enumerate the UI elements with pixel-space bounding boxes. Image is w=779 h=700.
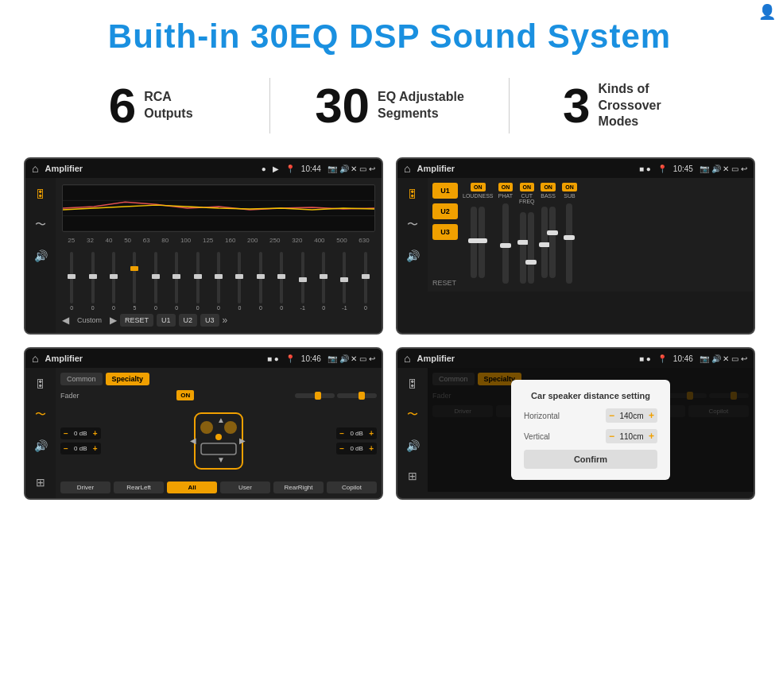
fader-home-icon[interactable]: ⌂: [32, 352, 38, 365]
sub-slider[interactable]: [566, 203, 572, 284]
left-rear-db: − 0 dB +: [60, 443, 101, 454]
confirm-button[interactable]: Confirm: [524, 450, 657, 469]
eq-sliders: 0 0 0 5 0 0 0 0 0 0 0 -1 0 -1 0: [62, 247, 375, 311]
btn-rearright[interactable]: RearRight: [273, 481, 324, 493]
fader-on-btn[interactable]: ON: [176, 390, 194, 400]
slider-5[interactable]: 0: [146, 252, 165, 311]
tab-specialty[interactable]: Specialty: [106, 373, 150, 385]
eq-reset-btn[interactable]: RESET: [120, 314, 153, 327]
loudness-on[interactable]: ON: [471, 183, 486, 191]
btn-copilot[interactable]: Copilot: [327, 481, 377, 493]
amp-preset-u3[interactable]: U3: [432, 224, 458, 240]
sub-on[interactable]: ON: [562, 183, 577, 191]
slider-11[interactable]: 0: [272, 252, 291, 311]
sub-label: SUB: [564, 193, 575, 199]
eq-prev-btn[interactable]: ◀: [62, 315, 69, 326]
eq-sidebar-wave-icon[interactable]: 〜: [32, 215, 49, 235]
left-front-minus[interactable]: −: [64, 429, 68, 438]
eq-next-btn[interactable]: ▶: [110, 315, 117, 326]
svg-point-5: [200, 421, 213, 434]
left-rear-plus[interactable]: +: [93, 444, 98, 453]
slider-14[interactable]: -1: [335, 252, 354, 311]
btn-all[interactable]: All: [167, 481, 217, 493]
home-icon[interactable]: ⌂: [32, 162, 38, 175]
phat-on[interactable]: ON: [498, 183, 514, 191]
loudness-slider2[interactable]: [479, 207, 485, 278]
svg-text:▼: ▼: [217, 455, 225, 464]
slider-4[interactable]: 5: [125, 252, 144, 311]
slider-7[interactable]: 0: [188, 252, 207, 311]
fd-sidebar-expand-icon[interactable]: ⊞: [405, 466, 421, 485]
eq-sidebar-speaker-icon[interactable]: 🔊: [31, 246, 51, 265]
eq-dot1: ●: [262, 164, 266, 173]
fader-sidebar-expand-icon[interactable]: ⊞: [33, 473, 48, 492]
vertical-plus[interactable]: +: [649, 431, 654, 442]
slider-2[interactable]: 0: [83, 252, 102, 311]
left-rear-minus[interactable]: −: [64, 444, 68, 453]
cutfreq-on[interactable]: ON: [520, 183, 535, 191]
slider-3[interactable]: 0: [104, 252, 123, 311]
slider-10[interactable]: 0: [251, 252, 270, 311]
fader-bar1[interactable]: [295, 393, 335, 398]
bass-slider2[interactable]: [549, 207, 556, 278]
slider-6[interactable]: 0: [167, 252, 186, 311]
fader-sidebar-eq-icon[interactable]: 🎛: [32, 374, 49, 393]
fd-sidebar-eq-icon[interactable]: 🎛: [404, 374, 421, 393]
slider-13[interactable]: 0: [314, 252, 333, 311]
right-front-plus[interactable]: +: [369, 429, 374, 438]
stat-number-rca: 6: [109, 81, 136, 130]
eq-sidebar-eq-icon[interactable]: 🎛: [32, 184, 49, 203]
fd-dot: ■ ●: [639, 354, 651, 363]
bass-on[interactable]: ON: [541, 183, 556, 191]
speaker-distance-dialog: Car speaker distance setting Horizontal …: [511, 380, 670, 480]
slider-15[interactable]: 0: [356, 252, 375, 311]
cutfreq-slider1[interactable]: [520, 212, 526, 284]
slider-1[interactable]: 0: [62, 252, 81, 311]
amp-sidebar-speaker-icon[interactable]: 🔊: [403, 246, 423, 265]
loudness-sliders: [471, 203, 485, 281]
horizontal-minus[interactable]: −: [609, 410, 614, 421]
loudness-label: LOUDNESS: [463, 193, 494, 199]
amp-sidebar-wave-icon[interactable]: 〜: [404, 215, 421, 235]
fd-home-icon[interactable]: ⌂: [404, 352, 410, 365]
eq-u2-btn[interactable]: U2: [179, 314, 198, 327]
amp-reset[interactable]: RESET: [432, 279, 458, 287]
slider-12[interactable]: -1: [293, 252, 312, 311]
eq-u1-btn[interactable]: U1: [157, 314, 176, 327]
fader-sidebar-wave-icon[interactable]: 〜: [32, 404, 49, 425]
btn-user[interactable]: User: [220, 481, 270, 493]
amp-screen-content: 🎛 〜 🔊 U1 U2 U3 RESET: [397, 178, 754, 292]
amp-preset-u2[interactable]: U2: [432, 203, 458, 219]
right-front-minus[interactable]: −: [339, 429, 344, 438]
slider-9[interactable]: 0: [230, 252, 249, 311]
page-title: Buith-in 30EQ DSP Sound System: [16, 17, 763, 56]
cutfreq-slider2[interactable]: [528, 212, 534, 284]
phat-slider[interactable]: [502, 203, 509, 284]
btn-rearleft[interactable]: RearLeft: [114, 481, 164, 493]
amp-sidebar-eq-icon[interactable]: 🎛: [404, 184, 421, 203]
tab-common[interactable]: Common: [60, 373, 103, 385]
amp-home-icon[interactable]: ⌂: [404, 162, 410, 175]
svg-text:◀: ◀: [190, 436, 196, 445]
right-front-value: 0 dB: [347, 430, 366, 437]
vertical-minus[interactable]: −: [609, 431, 614, 442]
fd-sidebar-speaker-icon[interactable]: 🔊: [403, 436, 423, 455]
right-rear-minus[interactable]: −: [339, 444, 344, 453]
stat-label-rca: RCAOutputs: [144, 89, 192, 122]
bass-slider1[interactable]: [541, 207, 548, 278]
amp-presets: U1 U2 U3 RESET: [432, 183, 458, 287]
eq-u3-btn[interactable]: U3: [200, 314, 219, 327]
phat-label: PHAT: [498, 193, 513, 199]
horizontal-plus[interactable]: +: [649, 410, 654, 421]
eq-more-btn[interactable]: »: [223, 315, 228, 326]
btn-driver[interactable]: Driver: [60, 481, 110, 493]
fader-sidebar-speaker-icon[interactable]: 🔊: [31, 436, 51, 455]
slider-8[interactable]: 0: [209, 252, 228, 311]
fd-pin: 📍: [657, 354, 667, 363]
right-rear-plus[interactable]: +: [369, 444, 374, 453]
fd-sidebar-wave-icon[interactable]: 〜: [404, 404, 421, 425]
left-front-plus[interactable]: +: [93, 429, 98, 438]
svg-point-6: [224, 421, 237, 434]
fader-bar2[interactable]: [337, 393, 377, 398]
amp-preset-u1[interactable]: U1: [432, 183, 458, 199]
